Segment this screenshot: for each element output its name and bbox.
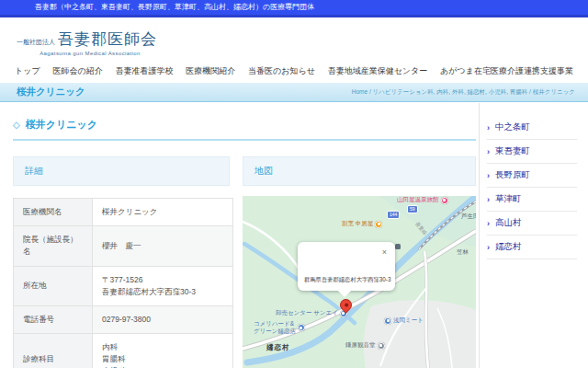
chevron-right-icon: › [487,219,490,228]
chevron-right-icon: › [487,171,490,180]
poi-kannon-label: 鎌原観音堂 [345,341,376,350]
train-station-icon [395,244,401,249]
clinic-details-table: 医療機関名 桜井クリニック 院長（施設長）名 櫻井 慶一 所在地 〒377-15… [13,198,233,368]
breadcrumb-page-name: 桜井クリニック [17,86,85,98]
table-row: 院長（施設長）名 櫻井 慶一 [14,226,233,266]
shopping-icon [384,317,391,325]
sidebar-item-tsumagoi[interactable]: › 嬬恋村 [487,236,577,259]
org-name-label: 吾妻郡医師会 [58,30,157,48]
nav-item-health-center[interactable]: 吾妻地域産業保健センター [328,65,428,77]
poi-asama-meat: 浅間ミート [384,316,424,325]
close-icon[interactable]: × [382,247,387,257]
chevron-right-icon: › [487,147,490,156]
main-nav: トップ 医師会の紹介 吾妻准看護学校 医療機関紹介 当番医のお知らせ 吾妻地域産… [0,59,588,83]
row-label-director: 院長（施設長）名 [14,226,93,266]
breadcrumb[interactable]: Home / リハビリテーション科, 内科, 外科, 嬬恋村, 小児科, 胃腸科… [352,88,575,97]
poi-kamahara-kannon: 鎌原観音堂 [345,341,385,350]
sidebar-item-label: 草津町 [495,193,522,205]
nav-item-nursing-school[interactable]: 吾妻准看護学校 [115,65,173,77]
chevron-right-icon: › [487,123,490,132]
table-row: 電話番号 0279-97-3800 [14,305,233,333]
org-type-label: 一般社団法人 [17,39,55,45]
sidebar-item-takayama[interactable]: › 高山村 [487,212,577,236]
poi-ashiuda-label: 芦生田 [461,213,476,221]
nav-item-homecare[interactable]: あがつま在宅医療介護連携支援事業 [440,65,573,77]
row-label-phone: 電話番号 [14,305,93,333]
row-value-director: 櫻井 慶一 [93,226,233,266]
sidebar-item-nakanojo[interactable]: › 中之条町 [487,116,577,140]
row-value-institution: 桜井クリニック [93,199,233,226]
chevron-right-icon: › [487,243,490,252]
page-title-text: 桜井クリニック [26,119,97,130]
poi-komeri-label: コメリハード& グリーン嬬恋店 [254,320,296,336]
poi-kasabayashi-label: 笠林 [457,248,469,257]
page-title: ◇桜井クリニック [13,118,476,141]
site-logo-text: 一般社団法人吾妻郡医師会 [17,29,164,50]
table-row: 所在地 〒377-1526 吾妻郡嬬恋村大字西窪30-3 [14,266,233,305]
row-value-departments: 内科 胃腸科 小児科 [93,334,233,368]
poi-komeri: コメリハード& グリーン嬬恋店 [254,320,305,336]
row-label-address: 所在地 [14,266,93,305]
poi-sanei: 卸売センター サンエイ [276,309,347,317]
map-canvas[interactable]: 山田屋温泉旅館 割烹 中居屋 144 59 吾妻線 万座・鹿沢口 芦生田 笠林 … [243,196,476,368]
sidebar-item-label: 東吾妻町 [495,145,530,157]
sidebar-item-label: 長野原町 [495,169,530,181]
nav-item-about[interactable]: 医師会の紹介 [52,65,102,77]
table-row: 医療機関名 桜井クリニック [14,199,233,226]
org-name-english: Aagatsuma gun Medical Association [17,51,164,56]
details-heading-label: 詳細 [25,165,43,178]
content-divider [479,103,480,368]
site-header: 一般社団法人吾妻郡医師会 Aagatsuma gun Medical Assoc… [0,17,588,59]
site-logo[interactable]: 一般社団法人吾妻郡医師会 Aagatsuma gun Medical Assoc… [17,29,164,56]
map-section-header: 地図 [243,156,476,186]
shopping-icon [298,324,305,331]
info-window-address: 群馬県吾妻郡嬬恋村大字西窪30-3 [304,276,394,284]
town-sidebar: › 中之条町 › 東吾妻町 › 長野原町 › 草津町 › 高山村 › 嬬恋村 [487,116,577,259]
poi-asama-meat-label: 浅間ミート [393,316,424,325]
map-info-window: × 群馬県吾妻郡嬬恋村大字西窪30-3 [298,242,395,291]
poi-yamadaya-label: 山田屋温泉旅館 [397,196,439,204]
nav-item-institutions[interactable]: 医療機関紹介 [186,65,235,77]
row-value-phone: 0279-97-3800 [93,305,233,333]
nav-item-duty-doctor[interactable]: 当番医のお知らせ [248,65,315,77]
poi-yamadaya-ryokan: 山田屋温泉旅館 [397,196,448,204]
map-heading-label: 地図 [254,165,273,178]
sidebar-item-kusatsu[interactable]: › 草津町 [487,188,577,212]
table-row: 診療科目 内科 胃腸科 小児科 [14,334,233,368]
site-tagline-bar: 吾妻郡（中之条町、東吾妻町、長野原町、草津町、高山村、嬬恋村）の医療専門団体 [0,0,588,17]
village-label: 嬬恋村 [266,343,290,352]
sidebar-item-label: 高山村 [495,217,522,229]
restaurant-icon [375,221,382,228]
details-section-header: 詳細 [13,156,230,186]
sidebar-item-label: 嬬恋村 [495,241,522,253]
poi-sanei-label: 卸売センター サンエイ [276,309,338,317]
nav-item-top[interactable]: トップ [15,65,40,77]
row-label-departments: 診療科目 [14,334,93,368]
breadcrumb-bar: 桜井クリニック Home / リハビリテーション科, 内科, 外科, 嬬恋村, … [0,83,588,102]
sidebar-item-label: 中之条町 [495,121,530,133]
route-shield-icon: 59 [407,205,418,213]
lodging-icon [441,197,448,204]
temple-icon [378,342,385,350]
poi-nakaiya: 割烹 中居屋 [342,220,382,228]
row-label-institution: 医療機関名 [14,199,93,226]
row-value-address: 〒377-1526 吾妻郡嬬恋村大字西窪30-3 [93,266,233,305]
poi-nakaiya-label: 割烹 中居屋 [342,220,373,228]
diamond-icon: ◇ [13,120,20,130]
sidebar-item-naganohara[interactable]: › 長野原町 [487,164,577,188]
chevron-right-icon: › [487,195,490,204]
route-shield-icon: 144 [387,211,400,219]
sidebar-item-higashiagatsuma[interactable]: › 東吾妻町 [487,140,577,164]
